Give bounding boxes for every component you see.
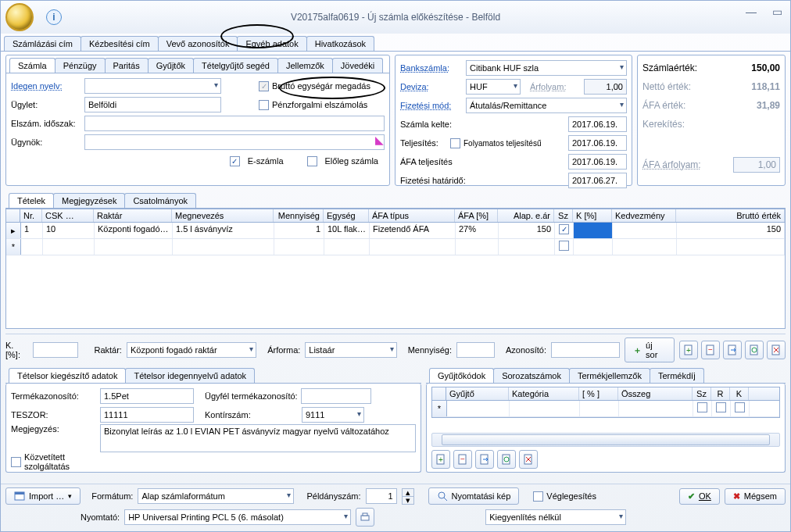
chk-sz2[interactable]	[697, 402, 707, 412]
ujsor-button[interactable]: ＋új sor	[625, 337, 675, 362]
doc-delete-icon[interactable]	[767, 341, 786, 359]
chk-r[interactable]	[716, 402, 726, 412]
cell-mennyiseg[interactable]: 1	[274, 223, 324, 238]
col-r[interactable]: R	[711, 387, 730, 400]
tab-gyujtok[interactable]: Gyűjtők	[148, 58, 194, 73]
tab-tetelgyujto[interactable]: Tételgyűjtő segéd	[193, 58, 278, 73]
bankszamla-combo[interactable]: Citibank HUF szla	[466, 60, 627, 76]
kiegyenlites-combo[interactable]: Kiegyenlítés nélkül	[485, 509, 626, 525]
minimize-icon[interactable]: —	[746, 5, 757, 18]
row-selector-icon[interactable]: ▸	[6, 223, 21, 238]
grid-col-nr[interactable]: Nr.	[20, 209, 42, 222]
tab-egyeb-adatok[interactable]: Egyéb adatok	[237, 36, 306, 51]
teljesites-field[interactable]: 2017.06.19.	[568, 135, 627, 151]
doc-add-icon[interactable]: +	[679, 341, 698, 359]
spin-down-icon[interactable]: ▾	[403, 497, 413, 504]
gyujto-grid[interactable]: Gyűjtő Kategória [ % ] Összeg Sz R K *	[431, 387, 780, 418]
grid-col-kedvezmeny[interactable]: Kedvezmény	[612, 209, 676, 222]
gy-add-icon[interactable]: +	[431, 450, 450, 469]
cell-raktar[interactable]: Központi fogadó…	[95, 223, 173, 238]
info-icon[interactable]: i	[46, 9, 62, 25]
table-row-new[interactable]: *	[432, 401, 779, 417]
szamla-kelte-field[interactable]: 2017.06.19.	[568, 116, 627, 132]
grid-col-sz[interactable]: Sz	[554, 209, 573, 222]
cell-brutto[interactable]: 150	[677, 223, 785, 238]
ugynok-field[interactable]: ◣	[84, 134, 385, 150]
grid-col-alapear[interactable]: Alap. e.ár	[498, 209, 554, 222]
gy-refresh-icon[interactable]	[497, 450, 516, 469]
col-osszeg[interactable]: Összeg	[618, 387, 693, 400]
idegen-nyelv-label[interactable]: Idegen nyelv:	[11, 81, 81, 91]
tab-megjegyzesek[interactable]: Megjegyzések	[53, 193, 125, 208]
arforma-combo[interactable]: Listaár	[305, 342, 396, 358]
maximize-icon[interactable]: ▭	[772, 5, 782, 18]
new-row-icon[interactable]: *	[432, 401, 447, 416]
afa-arfolyam-label[interactable]: ÁFA árfolyam:	[642, 159, 701, 170]
cell-sz[interactable]	[555, 223, 574, 238]
ok-button[interactable]: ✔ OK	[679, 488, 720, 505]
arfolyam-label[interactable]: Árfolyam:	[530, 82, 566, 91]
peldanyszam-field[interactable]: 1	[366, 488, 397, 504]
formatum-combo[interactable]: Alap számlaformátum	[138, 488, 294, 504]
azonosito-field[interactable]	[551, 342, 620, 358]
ugyfeltermekaz-field[interactable]	[301, 388, 371, 404]
tab-termekjellemzok[interactable]: Termékjellemzők	[569, 368, 650, 383]
veglegesites-checkbox[interactable]	[533, 491, 543, 502]
cell-egyseg[interactable]: 10L flak…	[324, 223, 370, 238]
bankszamla-label[interactable]: Bankszámla:	[400, 63, 463, 73]
gy-remove-icon[interactable]: −	[453, 450, 472, 469]
fizhatarido-field[interactable]: 2017.06.27.	[568, 173, 627, 188]
tab-gyujtokodok[interactable]: Gyűjtőkódok	[429, 368, 494, 383]
new-row-icon[interactable]: *	[6, 239, 21, 255]
grid-col-mennyiseg[interactable]: Mennyiség	[274, 209, 324, 222]
grid-col-kszaz[interactable]: K [%]	[573, 209, 612, 222]
tab-tetelsor-idegen[interactable]: Tételsor idegennyelvű adatok	[125, 368, 255, 383]
k-field[interactable]	[33, 342, 79, 358]
cell-afatipus[interactable]: Fizetendő ÁFA	[370, 223, 456, 238]
deviza-label[interactable]: Deviza:	[400, 82, 463, 91]
sz-checkbox[interactable]	[559, 224, 569, 234]
fizetesimod-combo[interactable]: Átutalás/Remittance	[466, 98, 627, 113]
tab-csatolmanyok[interactable]: Csatolmányok	[124, 193, 196, 208]
mennyiseg-field[interactable]	[456, 342, 495, 358]
cell-alapear[interactable]: 150	[499, 223, 555, 238]
doc-refresh-icon[interactable]	[745, 341, 764, 359]
grid-col-raktar[interactable]: Raktár	[94, 209, 172, 222]
gy-export-icon[interactable]	[475, 450, 494, 469]
teszor-field[interactable]: 11111	[100, 407, 194, 423]
doc-export-icon[interactable]	[723, 341, 742, 359]
sz-checkbox-new[interactable]	[559, 241, 569, 251]
afateljesites-field[interactable]: 2017.06.19.	[568, 154, 627, 170]
nyomtatasi-kep-button[interactable]: Nyomtatási kép	[428, 487, 520, 505]
tab-paritas[interactable]: Paritás	[105, 58, 149, 73]
tab-kezbesitesi-cim[interactable]: Kézbesítési cím	[81, 36, 159, 51]
table-row[interactable]: ▸ 1 10 Központi fogadó… 1.5 l ásványvíz …	[6, 223, 785, 239]
items-grid[interactable]: Nr. CSK … Raktár Megnevezés Mennyiség Eg…	[5, 209, 786, 329]
kozvetitett-checkbox[interactable]	[11, 457, 21, 467]
deviza-combo[interactable]: HUF	[466, 79, 521, 95]
ugylet-field[interactable]: Belföldi	[84, 97, 221, 112]
tab-termekdij[interactable]: Termékdíj	[650, 368, 704, 383]
kontir-combo[interactable]: 9111	[302, 407, 364, 423]
folyamatos-checkbox[interactable]	[450, 138, 460, 148]
col-percent[interactable]: [ % ]	[579, 387, 618, 400]
fizetesimod-label[interactable]: Fizetési mód:	[400, 101, 463, 110]
eszamla-checkbox[interactable]	[230, 156, 240, 166]
grid-col-csk[interactable]: CSK …	[42, 209, 94, 222]
tab-sorozatszamok[interactable]: Sorozatszámok	[493, 368, 570, 383]
grid-col-egyseg[interactable]: Egység	[324, 209, 369, 222]
cell-nr[interactable]: 1	[21, 223, 43, 238]
cell-afaszaz[interactable]: 27%	[456, 223, 499, 238]
tab-hivatkozasok[interactable]: Hivatkozások	[306, 36, 374, 51]
import-button[interactable]: Import …▾	[5, 487, 81, 505]
megsem-button[interactable]: ✖ Mégsem	[725, 488, 786, 505]
tab-penzugy[interactable]: Pénzügy	[55, 58, 106, 73]
cell-kedvezmeny[interactable]	[613, 223, 677, 238]
cell-megnevezes[interactable]: 1.5 l ásványvíz	[173, 223, 274, 238]
h-scrollbar[interactable]	[431, 433, 780, 447]
grid-col-afatipus[interactable]: ÁFA típus	[369, 209, 455, 222]
grid-col-brutto[interactable]: Bruttó érték	[676, 209, 785, 222]
eloleg-checkbox[interactable]	[307, 156, 317, 166]
col-k[interactable]: K	[730, 387, 749, 400]
penzforgalmi-checkbox[interactable]	[259, 100, 269, 110]
